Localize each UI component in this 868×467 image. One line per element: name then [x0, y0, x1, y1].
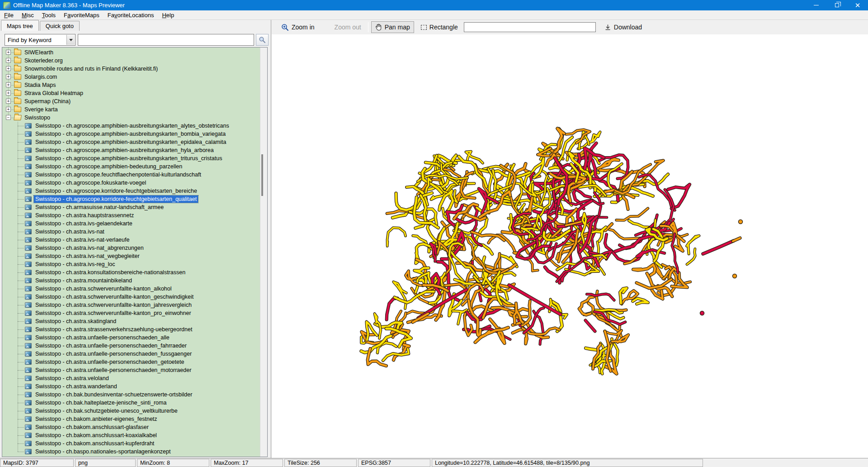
- tree-item-layer[interactable]: Swisstopo - ch.astra.wanderland: [2, 382, 260, 391]
- tree-item-label: Swisstopo - ch.agroscope.amphibien-ausbr…: [34, 130, 227, 138]
- menu-item-help[interactable]: Help: [158, 11, 178, 19]
- tree-item-folder[interactable]: −Swisstopo: [2, 114, 260, 122]
- tree-item-layer[interactable]: Swisstopo - ch.astra.unfaelle-personensc…: [2, 358, 260, 366]
- tree-item-layer[interactable]: Swisstopo - ch.bak.halteplaetze-jenische…: [2, 399, 260, 407]
- menu-item-tools[interactable]: Tools: [38, 11, 60, 19]
- tree-item-layer[interactable]: Swisstopo - ch.astra.ivs-nat_abgrenzunge…: [2, 244, 260, 252]
- tree-item-folder[interactable]: +Snowmobile routes and ruts in Finland (…: [2, 65, 260, 73]
- tree-scrollbar[interactable]: [260, 48, 267, 457]
- toolbar-input[interactable]: [464, 22, 596, 32]
- tree-item-layer[interactable]: Swisstopo - ch.astra.skatingland: [2, 317, 260, 325]
- tree-item-layer[interactable]: Swisstopo - ch.bakom.anschlussart-koaxia…: [2, 431, 260, 439]
- tree-item-label: Swisstopo - ch.agroscope.amphibien-bedeu…: [34, 163, 184, 170]
- tree-item-folder[interactable]: +SIWEIearth: [2, 48, 260, 57]
- maps-tree: +SIWEIearth+Skoterleder.org+Snowmobile r…: [2, 48, 260, 457]
- zoom-out-button[interactable]: Zoom out: [330, 21, 365, 33]
- tree-item-layer[interactable]: Swisstopo - ch.astra.ivs-reg_loc: [2, 260, 260, 268]
- tab-quick-goto[interactable]: Quick goto: [40, 21, 80, 31]
- tree-item-folder[interactable]: +Sverige karta: [2, 105, 260, 114]
- expand-icon[interactable]: +: [6, 107, 11, 112]
- collapse-icon[interactable]: −: [6, 115, 11, 120]
- magnifier-icon: [259, 36, 266, 43]
- tree-item-layer[interactable]: Swisstopo - ch.astra.ivs-nat-verlaeufe: [2, 236, 260, 244]
- map-canvas[interactable]: [272, 34, 868, 458]
- close-button[interactable]: ✕: [847, 0, 868, 10]
- tree-item-layer[interactable]: Swisstopo - ch.bak.bundesinventar-schuet…: [2, 391, 260, 399]
- menu-item-favoritelocations[interactable]: FavoriteLocations: [104, 11, 158, 19]
- tree-item-layer[interactable]: Swisstopo - ch.baspo.nationales-sportanl…: [2, 448, 260, 456]
- tree-item-layer[interactable]: Swisstopo - ch.astra.ivs-gelaendekarte: [2, 219, 260, 228]
- minimize-button[interactable]: [806, 0, 826, 10]
- tree-item-folder[interactable]: +Stadia Maps: [2, 81, 260, 89]
- tree-item-layer[interactable]: Swisstopo - ch.astra.schwerverunfallte-k…: [2, 301, 260, 309]
- expand-icon[interactable]: +: [6, 91, 11, 95]
- map-layer-icon: [25, 359, 32, 365]
- tree-scrollbar-thumb[interactable]: [261, 154, 263, 196]
- combobox-dropdown-button[interactable]: [66, 35, 75, 45]
- menu-item-file[interactable]: File: [0, 11, 18, 19]
- tree-item-layer[interactable]: Swisstopo - ch.agroscope.amphibien-ausbr…: [2, 138, 260, 146]
- tree-item-layer[interactable]: Swisstopo - ch.astra.unfaelle-personensc…: [2, 342, 260, 350]
- download-button[interactable]: Download: [600, 21, 646, 33]
- tree-item-layer[interactable]: Swisstopo - ch.agroscope.amphibien-ausbr…: [2, 146, 260, 154]
- tree-item-layer[interactable]: Swisstopo - ch.astra.unfaelle-personensc…: [2, 334, 260, 342]
- tree-item-layer[interactable]: Swisstopo - ch.agroscope.amphibien-ausbr…: [2, 122, 260, 130]
- tree-item-folder[interactable]: +Skoterleder.org: [2, 57, 260, 65]
- expand-icon[interactable]: +: [6, 82, 11, 87]
- tree-item-layer[interactable]: Swisstopo - ch.agroscope.amphibien-bedeu…: [2, 162, 260, 171]
- tree-item-layer[interactable]: Swisstopo - ch.astra.unfaelle-personensc…: [2, 366, 260, 374]
- tree-item-layer[interactable]: Swisstopo - ch.bak.schutzgebiete-unesco_…: [2, 407, 260, 415]
- expand-icon[interactable]: +: [6, 66, 11, 71]
- tree-item-layer[interactable]: Swisstopo - ch.astra.veloland: [2, 374, 260, 382]
- tree-item-layer[interactable]: Swisstopo - ch.bakom.anbieter-eigenes_fe…: [2, 415, 260, 423]
- expand-icon[interactable]: +: [6, 58, 11, 63]
- tree-item-layer[interactable]: Swisstopo - ch.agroscope.amphibien-ausbr…: [2, 154, 260, 162]
- expand-icon[interactable]: +: [6, 74, 11, 79]
- tree-item-layer[interactable]: Swisstopo - ch.astra.unfaelle-personensc…: [2, 350, 260, 358]
- pan-map-button[interactable]: Pan map: [371, 21, 414, 33]
- tree-item-label: Swisstopo - ch.astra.unfaelle-personensc…: [34, 350, 193, 357]
- zoom-out-label: Zoom out: [335, 24, 361, 31]
- tab-maps-tree[interactable]: Maps tree: [1, 20, 39, 31]
- tree-item-layer[interactable]: Swisstopo - ch.agroscope.korridore-feuch…: [2, 187, 260, 195]
- folder-icon: [14, 82, 21, 88]
- tree-item-label: Swisstopo - ch.astra.strassenverkehrszae…: [34, 326, 193, 333]
- menu-item-favoritemaps[interactable]: FavoriteMaps: [60, 11, 104, 19]
- map-layer-icon: [25, 278, 32, 283]
- tree-item-layer[interactable]: Swisstopo - ch.astra.ivs-nat_wegbegleite…: [2, 252, 260, 260]
- tree-item-folder[interactable]: +Solargis.com: [2, 73, 260, 81]
- restore-button[interactable]: [826, 0, 847, 10]
- tree-item-layer[interactable]: Swisstopo - ch.astra.ivs-nat: [2, 228, 260, 236]
- tree-item-layer[interactable]: Swisstopo - ch.astra.mountainbikeland: [2, 276, 260, 285]
- tree-item-layer[interactable]: Swisstopo - ch.agroscope.korridore-feuch…: [2, 195, 260, 203]
- search-button[interactable]: [256, 34, 269, 46]
- tree-item-folder[interactable]: +Strava Global Heatmap: [2, 89, 260, 97]
- expand-icon[interactable]: +: [6, 50, 11, 55]
- tree-item-layer[interactable]: Swisstopo - ch.agroscope.feuchtflaechenp…: [2, 171, 260, 179]
- zoom-in-button[interactable]: Zoom in: [277, 21, 319, 33]
- tree-item-folder[interactable]: +Supermap (China): [2, 97, 260, 105]
- tree-item-layer[interactable]: Swisstopo - ch.astra.strassenverkehrszae…: [2, 325, 260, 334]
- find-mode-combobox[interactable]: Find by Keyword: [5, 34, 75, 46]
- tree-item-layer[interactable]: Swisstopo - ch.bakom.anschlussart-kupfer…: [2, 439, 260, 448]
- tree-item-layer[interactable]: Swisstopo - ch.astra.konsultationsbereic…: [2, 268, 260, 276]
- tree-item-layer[interactable]: Swisstopo - ch.astra.schwerverunfallte-k…: [2, 285, 260, 293]
- search-row: Find by Keyword: [0, 33, 271, 46]
- tree-item-layer[interactable]: Swisstopo - ch.astra.schwerverunfallte-k…: [2, 293, 260, 301]
- tree-item-label: Swisstopo - ch.bak.bundesinventar-schuet…: [34, 391, 193, 398]
- tree-item-layer[interactable]: Swisstopo - ch.astra.hauptstrassennetz: [2, 211, 260, 219]
- map-layer-icon: [25, 319, 32, 324]
- tree-item-layer[interactable]: Swisstopo - ch.agroscope.amphibien-ausbr…: [2, 130, 260, 138]
- menu-item-misc[interactable]: Misc: [18, 11, 38, 19]
- tree-item-label: Swisstopo - ch.astra.unfaelle-personensc…: [34, 342, 188, 349]
- rectangle-button[interactable]: Rectangle: [417, 21, 462, 33]
- map-layer-icon: [25, 384, 32, 389]
- tree-item-layer[interactable]: Swisstopo - ch.agroscope.fokuskarte-voeg…: [2, 179, 260, 187]
- expand-icon[interactable]: +: [6, 99, 11, 104]
- tree-item-layer[interactable]: Swisstopo - ch.armasuisse.natur-landscha…: [2, 203, 260, 211]
- tree-item-layer[interactable]: Swisstopo - ch.bakom.anschlussart-glasfa…: [2, 423, 260, 431]
- map-layer-icon: [25, 441, 32, 446]
- tree-item-layer[interactable]: Swisstopo - ch.astra.schwerverunfallte-k…: [2, 309, 260, 317]
- map-layer-icon: [25, 367, 32, 373]
- keyword-input[interactable]: [78, 34, 254, 46]
